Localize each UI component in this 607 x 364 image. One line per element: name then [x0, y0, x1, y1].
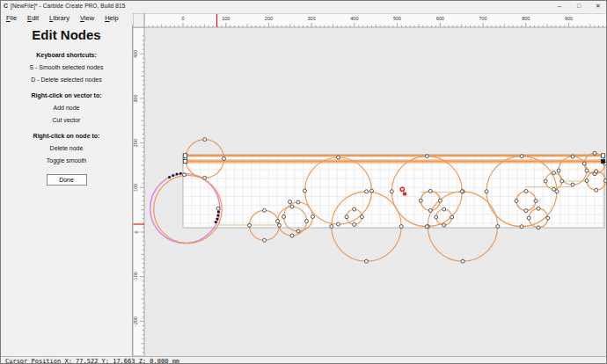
panel-section-heading: Keyboard shortcuts:	[1, 52, 132, 58]
minimize-button[interactable]: –	[550, 1, 569, 11]
vector-node[interactable]	[360, 215, 363, 219]
vector-node[interactable]	[419, 199, 422, 202]
menu-edit[interactable]: Edit	[22, 12, 44, 24]
menu-help[interactable]: Help	[99, 12, 123, 24]
vector-node[interactable]	[435, 215, 438, 219]
vector-node[interactable]	[428, 208, 432, 212]
vector-node[interactable]	[203, 176, 207, 179]
vector-node[interactable]	[282, 215, 286, 219]
vector-node[interactable]	[304, 189, 307, 193]
selected-node[interactable]	[172, 174, 174, 177]
vector-node[interactable]	[557, 169, 560, 172]
vector-node[interactable]	[353, 222, 356, 226]
selected-node[interactable]	[216, 215, 219, 217]
vector-node[interactable]	[263, 208, 267, 212]
vector-node[interactable]	[216, 207, 220, 210]
vector-node[interactable]	[527, 216, 530, 220]
vector-node[interactable]	[425, 155, 428, 158]
menu-file[interactable]: File	[1, 12, 22, 24]
vector-node[interactable]	[496, 225, 500, 229]
vector-node[interactable]	[544, 179, 547, 183]
vector-node[interactable]	[223, 157, 226, 161]
vector-node[interactable]	[537, 207, 540, 210]
vector-node[interactable]	[442, 223, 446, 227]
vector-node[interactable]	[460, 190, 464, 193]
close-button[interactable]: ✕	[589, 1, 607, 11]
vector-node[interactable]	[365, 259, 369, 263]
selected-node[interactable]	[176, 173, 179, 176]
ruler-label-h: 200	[265, 16, 273, 21]
vector-node[interactable]	[546, 216, 550, 220]
vector-node[interactable]	[534, 200, 538, 203]
panel-instruction-line: Cut vector	[1, 117, 132, 123]
edit-cursor-icon	[403, 193, 406, 196]
vector-node[interactable]	[305, 220, 309, 223]
vector-node[interactable]	[442, 207, 446, 211]
vector-node[interactable]	[345, 215, 348, 219]
vector-node[interactable]	[296, 229, 300, 233]
vector-node[interactable]	[571, 183, 574, 186]
vector-node[interactable]	[438, 199, 442, 202]
vector-node[interactable]	[537, 226, 540, 229]
vector-node[interactable]	[428, 189, 432, 193]
vector-node[interactable]	[552, 187, 556, 191]
vector-node[interactable]	[203, 138, 207, 142]
endpoint-handle[interactable]	[183, 154, 186, 157]
selected-node[interactable]	[216, 218, 218, 221]
vector-node[interactable]	[524, 190, 528, 193]
top-vector-line	[185, 155, 604, 157]
vector-node[interactable]	[571, 155, 574, 158]
vector-node[interactable]	[276, 220, 280, 223]
endpoint-handle[interactable]	[601, 159, 604, 163]
vector-node[interactable]	[515, 200, 518, 203]
vector-node[interactable]	[290, 205, 294, 208]
vector-node[interactable]	[337, 222, 340, 226]
selected-node[interactable]	[168, 176, 171, 178]
vector-node[interactable]	[582, 162, 586, 165]
vector-node[interactable]	[485, 190, 488, 193]
vector-node[interactable]	[593, 151, 596, 155]
done-button[interactable]: Done	[47, 174, 87, 186]
vector-node[interactable]	[183, 173, 186, 177]
vector-node[interactable]	[278, 223, 282, 227]
vector-node[interactable]	[390, 190, 393, 193]
vector-node[interactable]	[585, 169, 589, 172]
vector-node[interactable]	[353, 207, 356, 211]
endpoint-handle[interactable]	[183, 159, 186, 163]
menu-view[interactable]: View	[75, 12, 99, 24]
vector-node[interactable]	[399, 225, 403, 229]
maximize-button[interactable]: □	[569, 1, 589, 11]
vector-node[interactable]	[263, 238, 267, 242]
vector-node[interactable]	[520, 155, 523, 158]
vector-node[interactable]	[585, 179, 589, 183]
vector-node[interactable]	[603, 179, 607, 183]
edit-nodes-panel: Edit Nodes Keyboard shortcuts:S - Smooth…	[1, 25, 133, 356]
endpoint-handle[interactable]	[601, 154, 604, 157]
vector-node[interactable]	[365, 190, 369, 193]
panel-section-heading: Right-click on node to:	[1, 133, 132, 139]
selected-node[interactable]	[179, 172, 182, 175]
vector-node[interactable]	[337, 156, 340, 159]
menu-library[interactable]: Library	[44, 12, 75, 24]
vector-node[interactable]	[248, 223, 252, 227]
selected-node[interactable]	[215, 221, 217, 223]
selected-node[interactable]	[217, 211, 220, 214]
panel-section-heading: Right-click on vector to:	[1, 92, 132, 98]
vector-node[interactable]	[450, 215, 454, 219]
vector-node[interactable]	[524, 209, 528, 213]
vector-node[interactable]	[560, 179, 564, 183]
vector-node[interactable]	[330, 225, 333, 229]
vector-node[interactable]	[461, 259, 464, 263]
vector-node[interactable]	[289, 200, 292, 204]
ruler-label-v: 100	[134, 184, 139, 192]
vector-node[interactable]	[425, 225, 428, 229]
vector-node[interactable]	[595, 170, 598, 173]
vector-node[interactable]	[370, 189, 374, 193]
design-canvas[interactable]: 0100200300400500600700800900400300200100…	[133, 13, 607, 356]
vector-node[interactable]	[311, 215, 315, 219]
vector-node[interactable]	[552, 171, 556, 175]
vector-node[interactable]	[595, 188, 598, 192]
vector-node[interactable]	[296, 200, 300, 204]
vector-node[interactable]	[290, 234, 294, 237]
vector-node[interactable]	[520, 225, 523, 229]
